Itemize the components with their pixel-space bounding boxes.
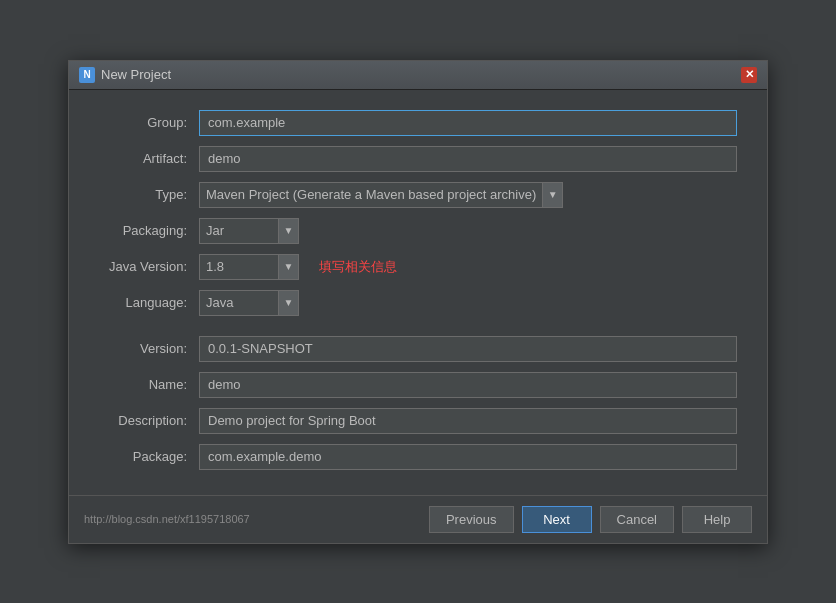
java-version-select-container: 1.8 ▼ xyxy=(199,254,299,280)
form-content: Group: Artifact: Type: Maven Project (Ge… xyxy=(69,90,767,495)
name-label: Name: xyxy=(99,377,199,392)
language-select-container: Java ▼ xyxy=(199,290,299,316)
help-button[interactable]: Help xyxy=(682,506,752,533)
type-select[interactable]: Maven Project (Generate a Maven based pr… xyxy=(199,182,543,208)
version-label: Version: xyxy=(99,341,199,356)
name-row: Name: xyxy=(99,372,737,398)
previous-button[interactable]: Previous xyxy=(429,506,514,533)
annotation-text: 填写相关信息 xyxy=(319,258,397,276)
java-version-label: Java Version: xyxy=(99,259,199,274)
language-row: Language: Java ▼ xyxy=(99,290,737,316)
next-button[interactable]: Next xyxy=(522,506,592,533)
java-version-row: Java Version: 1.8 ▼ 填写相关信息 xyxy=(99,254,737,280)
packaging-dropdown-arrow[interactable]: ▼ xyxy=(279,218,299,244)
type-select-container: Maven Project (Generate a Maven based pr… xyxy=(199,182,563,208)
language-label: Language: xyxy=(99,295,199,310)
footer: http://blog.csdn.net/xf1195718067 Previo… xyxy=(69,495,767,543)
title-bar: N New Project ✕ xyxy=(69,61,767,90)
description-input[interactable] xyxy=(199,408,737,434)
type-label: Type: xyxy=(99,187,199,202)
package-input[interactable] xyxy=(199,444,737,470)
group-row: Group: xyxy=(99,110,737,136)
name-input[interactable] xyxy=(199,372,737,398)
artifact-label: Artifact: xyxy=(99,151,199,166)
window-icon: N xyxy=(79,67,95,83)
language-dropdown-arrow[interactable]: ▼ xyxy=(279,290,299,316)
packaging-label: Packaging: xyxy=(99,223,199,238)
java-version-select[interactable]: 1.8 xyxy=(199,254,279,280)
java-version-dropdown-arrow[interactable]: ▼ xyxy=(279,254,299,280)
packaging-row: Packaging: Jar ▼ xyxy=(99,218,737,244)
artifact-row: Artifact: xyxy=(99,146,737,172)
footer-url: http://blog.csdn.net/xf1195718067 xyxy=(84,513,421,525)
title-bar-left: N New Project xyxy=(79,67,171,83)
type-row: Type: Maven Project (Generate a Maven ba… xyxy=(99,182,737,208)
packaging-select-container: Jar ▼ xyxy=(199,218,299,244)
description-row: Description: xyxy=(99,408,737,434)
type-dropdown-arrow[interactable]: ▼ xyxy=(543,182,563,208)
cancel-button[interactable]: Cancel xyxy=(600,506,674,533)
package-label: Package: xyxy=(99,449,199,464)
package-row: Package: xyxy=(99,444,737,470)
artifact-input[interactable] xyxy=(199,146,737,172)
close-button[interactable]: ✕ xyxy=(741,67,757,83)
new-project-window: N New Project ✕ Group: Artifact: Type: M… xyxy=(68,60,768,544)
description-label: Description: xyxy=(99,413,199,428)
version-row: Version: xyxy=(99,336,737,362)
group-label: Group: xyxy=(99,115,199,130)
group-input[interactable] xyxy=(199,110,737,136)
language-select[interactable]: Java xyxy=(199,290,279,316)
window-title: New Project xyxy=(101,67,171,82)
packaging-select[interactable]: Jar xyxy=(199,218,279,244)
version-input[interactable] xyxy=(199,336,737,362)
